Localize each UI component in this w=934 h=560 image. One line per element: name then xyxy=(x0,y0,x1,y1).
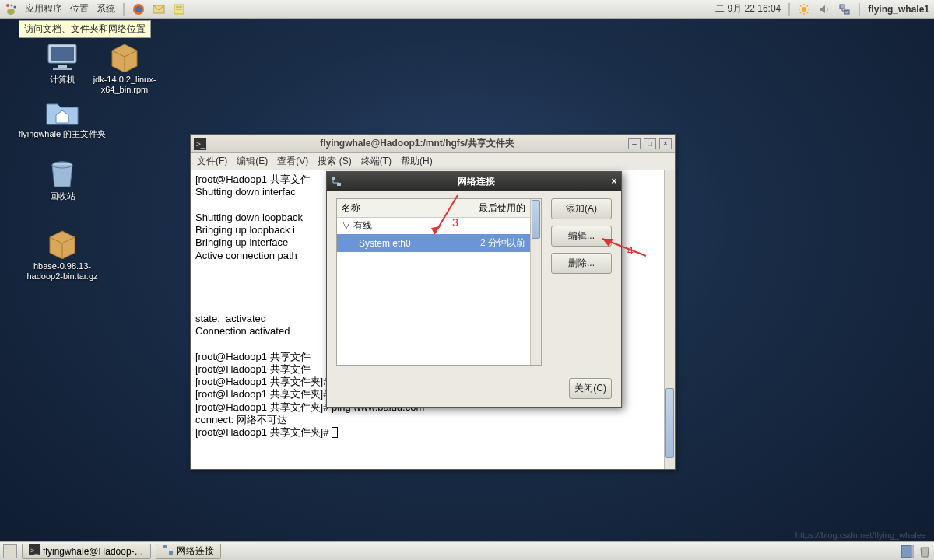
menu-search[interactable]: 搜索 (S) xyxy=(318,155,351,168)
svg-point-0 xyxy=(6,4,9,7)
network-dialog: 网络连接 × 名称 最后使用的 ▽ 有线 System eth0 2 分钟以前 … xyxy=(326,171,622,408)
col-last-used[interactable]: 最后使用的 xyxy=(450,199,530,218)
watermark: https://blog.csdn.net/flying_whalee xyxy=(795,530,926,540)
show-desktop-button[interactable] xyxy=(3,544,17,558)
package-icon xyxy=(106,42,143,73)
menu-applications[interactable]: 应用程序 xyxy=(25,2,62,16)
desktop-icon-hbase[interactable]: hbase-0.98.13-hadoop2-bin.tar.gz xyxy=(16,229,109,282)
home-folder-icon xyxy=(44,96,81,128)
svg-point-10 xyxy=(802,7,806,12)
terminal-titlebar[interactable]: >_ flyingwhale@Hadoop1:/mnt/hgfs/共享文件夹 –… xyxy=(191,135,675,153)
network-dialog-title: 网络连接 xyxy=(346,175,607,188)
category-wired[interactable]: ▽ 有线 xyxy=(337,218,530,235)
task-label: flyingwhale@Hadoop-… xyxy=(43,546,144,557)
gnome-foot-icon xyxy=(5,3,17,16)
svg-rect-38 xyxy=(169,551,173,555)
icon-label: 回收站 xyxy=(16,191,109,201)
svg-rect-23 xyxy=(58,65,67,68)
desktop-icon-home[interactable]: flyingwhale 的主文件夹 xyxy=(16,96,109,139)
separator xyxy=(123,3,125,16)
svg-point-3 xyxy=(7,9,15,15)
connection-list[interactable]: 名称 最后使用的 ▽ 有线 System eth0 2 分钟以前 xyxy=(336,198,542,366)
network-dialog-titlebar[interactable]: 网络连接 × xyxy=(327,172,621,191)
edit-button[interactable]: 编辑... xyxy=(551,226,612,247)
separator xyxy=(859,3,860,16)
user-name[interactable]: flying_whale1 xyxy=(868,4,929,15)
cursor xyxy=(332,427,338,438)
menu-edit[interactable]: 编辑(E) xyxy=(237,155,268,168)
add-button[interactable]: 添加(A) xyxy=(551,198,612,219)
maximize-button[interactable]: □ xyxy=(644,138,656,149)
terminal-title: flyingwhale@Hadoop1:/mnt/hgfs/共享文件夹 xyxy=(206,137,628,150)
svg-rect-30 xyxy=(337,183,341,186)
clock[interactable]: 二 9月 22 16:04 xyxy=(715,2,781,16)
svg-rect-19 xyxy=(840,5,844,9)
network-icon xyxy=(330,175,342,187)
svg-line-17 xyxy=(800,12,802,13)
annotation-label-4: 4 xyxy=(627,244,634,257)
top-panel: 应用程序 位置 系统 二 9月 22 16:04 flying_whale1 xyxy=(0,0,934,19)
desktop-icon-trash[interactable]: 回收站 xyxy=(16,159,109,201)
terminal-menubar: 文件(F) 编辑(E) 查看(V) 搜索 (S) 终端(T) 帮助(H) xyxy=(191,153,675,170)
svg-rect-39 xyxy=(901,545,911,558)
svg-rect-37 xyxy=(163,545,167,548)
firefox-icon[interactable] xyxy=(132,3,145,16)
svg-line-16 xyxy=(807,12,809,13)
menu-system[interactable]: 系统 xyxy=(97,2,115,16)
svg-rect-22 xyxy=(51,47,74,61)
icon-label: flyingwhale 的主文件夹 xyxy=(16,129,109,139)
workspace-switcher[interactable] xyxy=(901,545,914,558)
scrollbar-thumb[interactable] xyxy=(665,388,674,458)
menu-file[interactable]: 文件(F) xyxy=(197,155,227,168)
connection-last-used: 2 分钟以前 xyxy=(450,234,530,252)
taskbar-item-terminal[interactable]: >_ flyingwhale@Hadoop-… xyxy=(22,544,151,559)
brightness-icon[interactable] xyxy=(798,3,810,16)
separator xyxy=(788,3,790,16)
terminal-scrollbar[interactable] xyxy=(664,170,675,469)
icon-label: hbase-0.98.13-hadoop2-bin.tar.gz xyxy=(16,261,109,282)
annotation-label-3: 3 xyxy=(452,216,458,229)
menu-view[interactable]: 查看(V) xyxy=(277,155,308,168)
svg-point-5 xyxy=(135,6,142,12)
close-button[interactable]: × xyxy=(607,176,621,187)
mail-icon[interactable] xyxy=(153,3,165,16)
trash-icon xyxy=(44,159,81,190)
col-name[interactable]: 名称 xyxy=(337,199,450,218)
network-icon xyxy=(163,544,174,558)
list-scrollbar[interactable] xyxy=(530,199,541,365)
svg-text:>_: >_ xyxy=(30,547,39,555)
bottom-panel: >_ flyingwhale@Hadoop-… 网络连接 xyxy=(0,541,934,560)
svg-rect-40 xyxy=(913,545,914,558)
svg-line-15 xyxy=(800,5,802,7)
svg-line-18 xyxy=(807,5,809,7)
svg-rect-24 xyxy=(53,68,72,70)
close-dialog-button[interactable]: 关闭(C) xyxy=(569,378,612,399)
minimize-button[interactable]: – xyxy=(628,138,641,149)
package-icon xyxy=(44,229,81,260)
trash-applet-icon[interactable] xyxy=(918,545,931,558)
monitor-icon xyxy=(44,42,81,73)
connection-row-selected[interactable]: System eth0 2 分钟以前 xyxy=(337,234,530,252)
menu-terminal[interactable]: 终端(T) xyxy=(361,155,392,168)
delete-button[interactable]: 删除... xyxy=(551,253,612,274)
terminal-icon: >_ xyxy=(29,544,40,558)
terminal-icon: >_ xyxy=(194,138,206,150)
svg-text:>_: >_ xyxy=(196,140,205,149)
icon-label: jdk-14.0.2_linux-x64_bin.rpm xyxy=(78,75,171,95)
svg-rect-29 xyxy=(332,177,335,180)
menu-places[interactable]: 位置 xyxy=(70,2,89,16)
svg-point-2 xyxy=(14,5,16,8)
connection-name: System eth0 xyxy=(337,234,450,252)
notes-icon[interactable] xyxy=(173,3,185,16)
volume-icon[interactable] xyxy=(818,3,830,16)
menu-help[interactable]: 帮助(H) xyxy=(401,155,433,168)
task-label: 网络连接 xyxy=(177,544,214,558)
svg-point-1 xyxy=(11,4,13,6)
network-icon[interactable] xyxy=(838,3,851,16)
close-button[interactable]: × xyxy=(659,138,672,149)
taskbar-item-network[interactable]: 网络连接 xyxy=(156,544,221,559)
scrollbar-thumb[interactable] xyxy=(532,200,540,239)
desktop-icon-jdk[interactable]: jdk-14.0.2_linux-x64_bin.rpm xyxy=(78,42,171,95)
